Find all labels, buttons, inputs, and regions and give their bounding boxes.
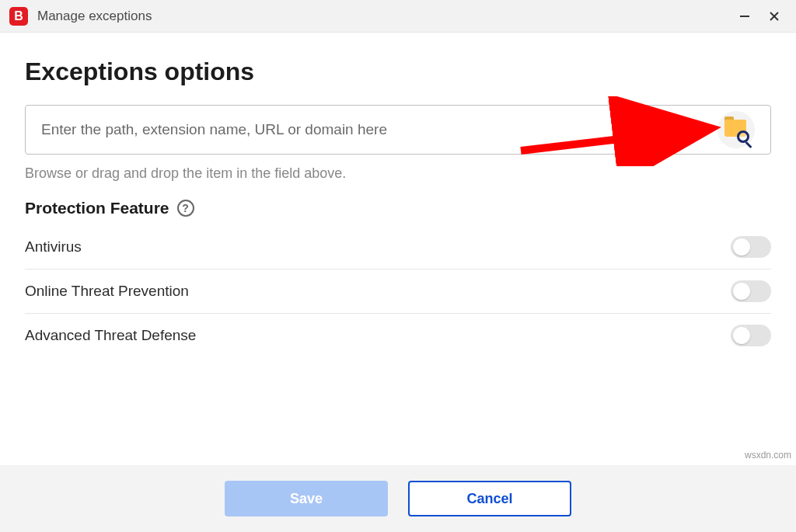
app-icon: B [9,7,28,26]
feature-toggle[interactable] [731,280,771,302]
titlebar: B Manage exceptions [0,0,796,33]
footer: Save Cancel [0,465,796,532]
path-input[interactable] [41,121,717,138]
watermark: wsxdn.com [745,450,791,461]
path-field-row [25,105,771,155]
window-controls [737,9,787,24]
window-title: Manage exceptions [37,9,737,24]
minimize-button[interactable] [737,9,752,24]
content-area: Exceptions options Browse or drag and dr… [0,33,796,357]
feature-toggle[interactable] [731,236,771,258]
section-label-text: Protection Feature [25,199,169,217]
feature-list: AntivirusOnline Threat PreventionAdvance… [25,225,771,357]
save-button[interactable]: Save [225,481,388,516]
feature-label: Advanced Threat Defense [25,327,196,344]
feature-toggle[interactable] [731,325,771,346]
section-label: Protection Feature ? [25,199,771,217]
browse-button[interactable] [717,111,755,148]
feature-row: Online Threat Prevention [25,269,771,314]
close-button[interactable] [766,9,782,24]
page-title: Exceptions options [25,57,771,86]
feature-row: Advanced Threat Defense [25,314,771,357]
feature-label: Antivirus [25,238,82,256]
folder-search-icon [724,120,748,140]
feature-row: Antivirus [25,225,771,269]
cancel-button[interactable]: Cancel [408,481,571,516]
hint-text: Browse or drag and drop the item in the … [25,165,771,182]
feature-label: Online Threat Prevention [25,283,189,300]
help-icon[interactable]: ? [177,200,194,217]
